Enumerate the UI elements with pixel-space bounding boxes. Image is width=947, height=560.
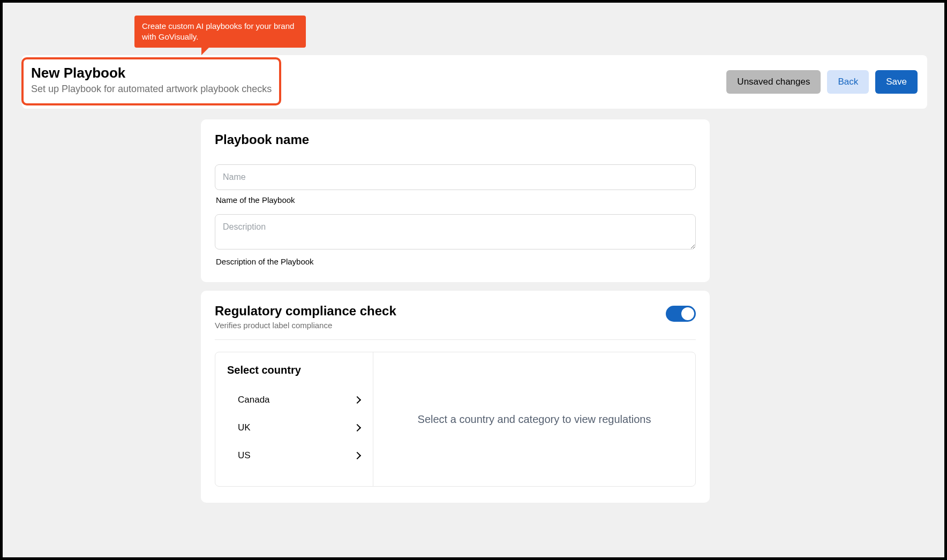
unsaved-changes-badge: Unsaved changes xyxy=(726,70,821,94)
onboarding-tooltip: Create custom AI playbooks for your bran… xyxy=(134,16,306,48)
playbook-name-section-title: Playbook name xyxy=(215,132,696,147)
compliance-card: Regulatory compliance check Verifies pro… xyxy=(201,291,710,503)
app-frame: Create custom AI playbooks for your bran… xyxy=(0,0,947,560)
compliance-title: Regulatory compliance check xyxy=(215,304,396,319)
save-button[interactable]: Save xyxy=(875,70,918,94)
chevron-right-icon xyxy=(354,396,361,404)
country-list-title: Select country xyxy=(227,364,363,376)
page-title: New Playbook xyxy=(31,65,272,81)
playbook-name-input[interactable] xyxy=(215,164,696,190)
playbook-description-input[interactable] xyxy=(215,214,696,249)
compliance-title-block: Regulatory compliance check Verifies pro… xyxy=(215,304,396,330)
header-actions: Unsaved changes Back Save xyxy=(726,70,918,94)
playbook-description-helper: Description of the Playbook xyxy=(216,257,695,266)
country-list-panel: Select country Canada UK US xyxy=(215,352,373,486)
compliance-header: Regulatory compliance check Verifies pro… xyxy=(215,304,696,340)
compliance-subtitle: Verifies product label compliance xyxy=(215,321,396,330)
playbook-name-helper: Name of the Playbook xyxy=(216,195,695,205)
country-label: Canada xyxy=(238,395,270,405)
country-item-canada[interactable]: Canada xyxy=(227,386,363,414)
main-content: Playbook name Name of the Playbook Descr… xyxy=(201,119,710,511)
country-item-uk[interactable]: UK xyxy=(227,414,363,442)
country-label: US xyxy=(238,450,251,461)
chevron-right-icon xyxy=(354,424,361,432)
regulations-placeholder: Select a country and category to view re… xyxy=(418,413,651,426)
page-subtitle: Set up Playbook for automated artwork pl… xyxy=(31,84,272,95)
header-title-block: New Playbook Set up Playbook for automat… xyxy=(21,57,281,105)
country-item-us[interactable]: US xyxy=(227,442,363,470)
country-list: Canada UK US xyxy=(227,386,363,470)
chevron-right-icon xyxy=(354,452,361,459)
playbook-name-card: Playbook name Name of the Playbook Descr… xyxy=(201,119,710,282)
back-button[interactable]: Back xyxy=(827,70,869,94)
country-selector: Select country Canada UK US xyxy=(215,352,696,487)
compliance-toggle[interactable] xyxy=(666,306,696,322)
page-header: New Playbook Set up Playbook for automat… xyxy=(22,55,927,109)
country-label: UK xyxy=(238,422,251,433)
regulations-panel: Select a country and category to view re… xyxy=(373,352,695,486)
